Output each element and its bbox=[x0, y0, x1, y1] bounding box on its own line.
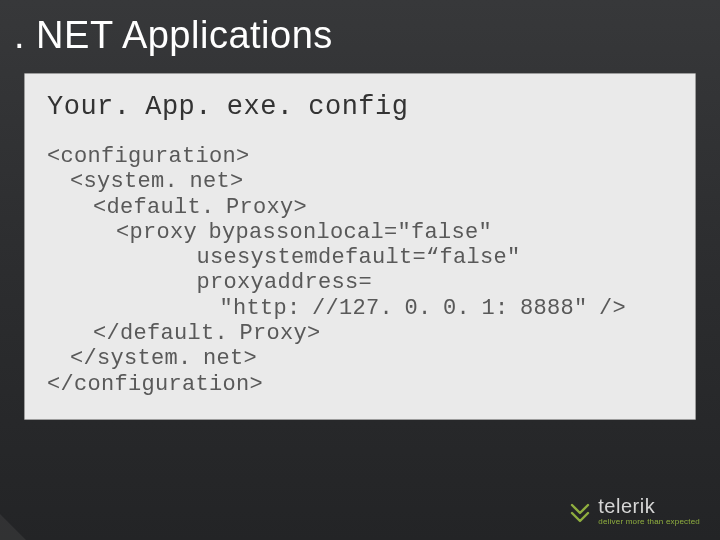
slide-title: . NET Applications bbox=[0, 0, 720, 73]
brand-tagline: deliver more than expected bbox=[598, 518, 700, 526]
config-code-block: <configuration> <system. net> <default. … bbox=[47, 144, 673, 397]
config-card: Your. App. exe. config <configuration> <… bbox=[24, 73, 696, 420]
corner-accent bbox=[0, 514, 26, 540]
config-filename: Your. App. exe. config bbox=[47, 92, 673, 122]
brand-name: telerik bbox=[598, 496, 700, 516]
brand-logo: telerik deliver more than expected bbox=[568, 496, 700, 526]
telerik-logo-icon bbox=[568, 499, 592, 523]
